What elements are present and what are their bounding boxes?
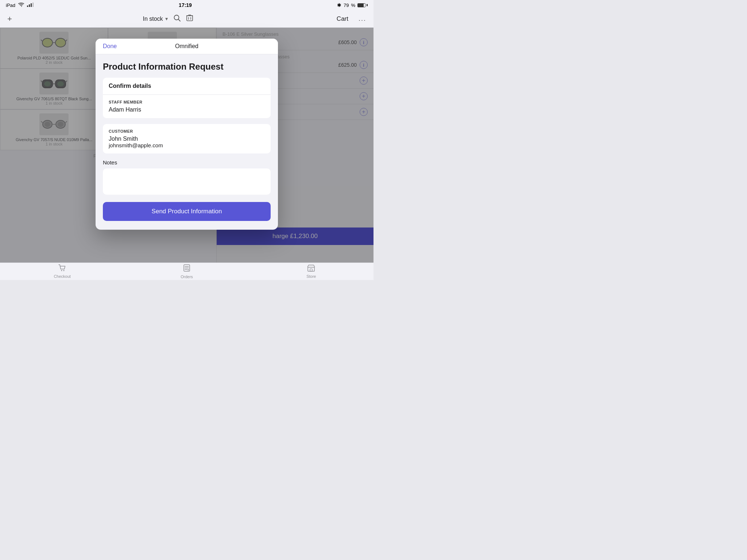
svg-rect-0 bbox=[27, 5, 28, 7]
customer-label: CUSTOMER bbox=[109, 129, 265, 133]
svg-rect-1 bbox=[29, 4, 30, 7]
customer-card: CUSTOMER John Smith johnsmith@apple.com bbox=[103, 124, 271, 153]
trash-button[interactable] bbox=[185, 13, 194, 25]
notes-label: Notes bbox=[103, 159, 271, 166]
stock-dropdown[interactable]: In stock ▼ bbox=[143, 16, 169, 22]
svg-point-48 bbox=[63, 270, 64, 271]
cart-panel-title: Cart bbox=[337, 15, 348, 23]
customer-name: John Smith bbox=[109, 136, 265, 142]
top-nav: + In stock ▼ Cart ... bbox=[0, 10, 374, 28]
customer-section: CUSTOMER John Smith johnsmith@apple.com bbox=[103, 124, 271, 153]
time-display: 17:19 bbox=[179, 2, 192, 8]
svg-rect-50 bbox=[308, 267, 314, 271]
carrier-label: iPad bbox=[6, 3, 15, 8]
modal-dialog: Done Omnified Product Information Reques… bbox=[96, 39, 278, 230]
status-left: iPad bbox=[6, 3, 34, 8]
staff-member-section: STAFF MEMBER Adam Harris bbox=[103, 94, 271, 118]
tab-bar: Checkout Orders Store bbox=[0, 262, 374, 280]
tab-checkout[interactable]: Checkout bbox=[0, 263, 124, 280]
send-product-info-button[interactable]: Send Product Information bbox=[103, 202, 271, 221]
modal-header: Done Omnified bbox=[96, 39, 278, 54]
svg-rect-51 bbox=[310, 269, 312, 271]
svg-rect-2 bbox=[31, 3, 32, 7]
customer-email: johnsmith@apple.com bbox=[109, 142, 265, 148]
svg-line-5 bbox=[178, 19, 180, 21]
confirm-details-card: Confirm details STAFF MEMBER Adam Harris bbox=[103, 78, 271, 118]
wifi-icon bbox=[18, 3, 24, 8]
modal-body: Product Information Request Confirm deta… bbox=[96, 54, 278, 230]
stock-label: In stock bbox=[143, 16, 163, 22]
search-button[interactable] bbox=[172, 13, 182, 25]
store-icon bbox=[307, 264, 315, 273]
tab-store-label: Store bbox=[306, 274, 316, 279]
status-bar: iPad 17:19 ✱ 79% bbox=[0, 0, 374, 10]
svg-point-47 bbox=[61, 270, 62, 271]
main-content: Polaroid PLD 4052/S 1EDUC Gold Sun... 2 … bbox=[0, 28, 374, 262]
modal-title: Omnified bbox=[175, 43, 198, 50]
modal-overlay: Done Omnified Product Information Reques… bbox=[0, 28, 374, 262]
status-right: ✱ 79% bbox=[337, 2, 368, 8]
card-header-section: Confirm details bbox=[103, 78, 271, 94]
battery-icon bbox=[357, 3, 368, 7]
confirm-details-label: Confirm details bbox=[109, 83, 265, 89]
checkout-icon bbox=[58, 264, 66, 273]
staff-member-value: Adam Harris bbox=[109, 106, 265, 113]
page-title: Product Information Request bbox=[103, 62, 271, 72]
signal-dots bbox=[27, 3, 34, 8]
battery-percent: 79 bbox=[344, 3, 349, 8]
tab-checkout-label: Checkout bbox=[54, 274, 70, 279]
orders-icon bbox=[183, 264, 190, 274]
tab-store[interactable]: Store bbox=[249, 263, 374, 280]
notes-input[interactable] bbox=[103, 168, 271, 195]
bluetooth-icon: ✱ bbox=[337, 2, 341, 8]
tab-orders-label: Orders bbox=[181, 275, 193, 279]
add-button[interactable]: + bbox=[6, 13, 13, 25]
done-button[interactable]: Done bbox=[103, 43, 117, 50]
svg-rect-6 bbox=[187, 16, 193, 21]
chevron-down-icon: ▼ bbox=[165, 16, 169, 22]
svg-rect-3 bbox=[32, 3, 34, 7]
tab-orders[interactable]: Orders bbox=[124, 263, 249, 280]
staff-member-label: STAFF MEMBER bbox=[109, 100, 265, 104]
more-button[interactable]: ... bbox=[357, 13, 368, 24]
